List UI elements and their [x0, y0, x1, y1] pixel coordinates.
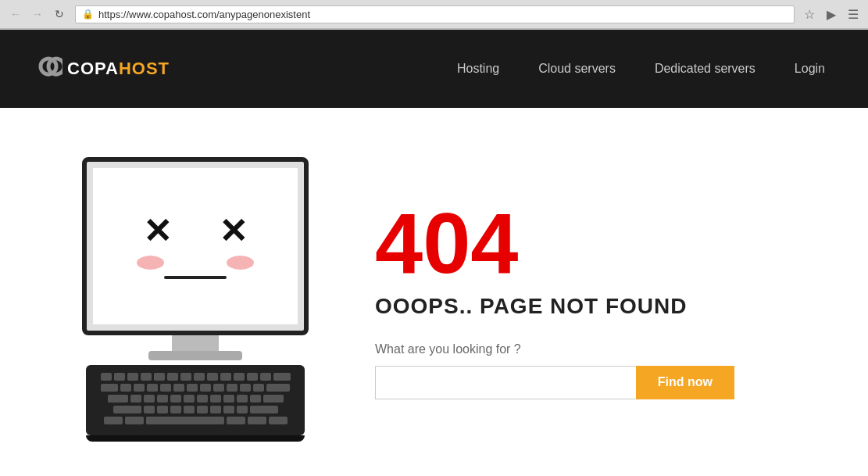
error-message: OOOPS.. PAGE NOT FOUND [375, 294, 688, 319]
key [167, 373, 178, 381]
key [113, 406, 141, 413]
key [266, 384, 290, 392]
key [157, 395, 168, 403]
key [213, 384, 224, 392]
logo-host-text: HOST [119, 59, 170, 79]
monitor-stand [172, 335, 219, 351]
right-eye: ✕ [219, 214, 248, 249]
key [101, 373, 112, 381]
search-label: What are you looking for ? [375, 342, 521, 356]
search-input[interactable] [375, 366, 636, 399]
cheeks [137, 256, 254, 270]
key [120, 384, 131, 392]
spacebar [146, 417, 224, 424]
key [223, 395, 234, 403]
key [170, 395, 181, 403]
keyboard [86, 365, 305, 442]
nav-dedicated-servers[interactable]: Dedicated servers [643, 54, 767, 84]
keyboard-row-3 [95, 395, 295, 403]
key [220, 373, 231, 381]
key [197, 406, 208, 413]
key [210, 395, 221, 403]
key [184, 406, 195, 413]
computer-illustration: ✕ ✕ [47, 157, 344, 442]
keyboard-row-4 [95, 406, 295, 413]
website: COPAHOST Hosting Cloud servers Dedicated… [0, 30, 868, 476]
key [157, 406, 168, 413]
logo-copa-text: COPA [67, 59, 119, 79]
key [273, 373, 291, 381]
key [269, 417, 288, 424]
nav-hosting[interactable]: Hosting [445, 54, 511, 84]
back-button[interactable]: ← [6, 5, 25, 23]
key [154, 373, 165, 381]
error-text-section: 404 OOOPS.. PAGE NOT FOUND What are you … [344, 200, 821, 399]
key [207, 373, 218, 381]
browser-chrome: ← → ↻ 🔒 ☆ ▶ ☰ [0, 0, 868, 30]
eyes: ✕ ✕ [143, 214, 248, 249]
key [250, 406, 278, 413]
keyboard-row-1 [95, 373, 295, 381]
monitor-base [148, 351, 242, 360]
key [127, 373, 138, 381]
menu-icon[interactable]: ☰ [845, 5, 862, 23]
reload-button[interactable]: ↻ [50, 5, 69, 23]
address-bar[interactable] [98, 9, 788, 20]
computer-wrap: ✕ ✕ [82, 157, 309, 442]
key [141, 373, 152, 381]
key [130, 395, 141, 403]
left-cheek [137, 256, 164, 270]
key [108, 395, 128, 403]
monitor-screen: ✕ ✕ [93, 168, 298, 324]
key [247, 373, 258, 381]
key [237, 406, 248, 413]
keyboard-row-5 [95, 417, 295, 424]
key [240, 384, 251, 392]
key [260, 373, 271, 381]
nav-login[interactable]: Login [783, 54, 837, 84]
nav-cloud-servers[interactable]: Cloud servers [527, 54, 627, 84]
search-bar: Find now [375, 366, 734, 399]
extension-icon[interactable]: ▶ [823, 5, 840, 23]
key [114, 373, 125, 381]
key [173, 384, 184, 392]
forward-button[interactable]: → [28, 5, 47, 23]
key [144, 406, 155, 413]
key [227, 384, 238, 392]
key [197, 395, 208, 403]
key [253, 384, 264, 392]
key [234, 373, 245, 381]
key [250, 395, 261, 403]
error-code: 404 [375, 200, 519, 286]
key [237, 395, 248, 403]
logo: COPAHOST [31, 53, 170, 85]
keyboard-row-2 [95, 384, 295, 392]
key [194, 373, 205, 381]
keyboard-body [86, 365, 305, 435]
key [160, 384, 171, 392]
key [248, 417, 266, 424]
key [227, 417, 245, 424]
monitor: ✕ ✕ [82, 157, 309, 335]
key [200, 384, 211, 392]
left-eye: ✕ [143, 214, 172, 249]
lock-icon: 🔒 [82, 9, 94, 20]
nav-buttons: ← → ↻ [6, 5, 69, 23]
logo-icon [31, 53, 63, 85]
mouth [164, 276, 227, 279]
key [144, 395, 155, 403]
key [180, 373, 191, 381]
key [263, 395, 284, 403]
find-now-button[interactable]: Find now [636, 366, 734, 399]
key [134, 384, 145, 392]
key [210, 406, 221, 413]
face: ✕ ✕ [143, 214, 248, 279]
key [125, 417, 144, 424]
star-icon[interactable]: ☆ [801, 5, 818, 23]
error-page: ✕ ✕ [0, 108, 868, 476]
key [223, 406, 234, 413]
site-header: COPAHOST Hosting Cloud servers Dedicated… [0, 30, 868, 108]
site-nav: Hosting Cloud servers Dedicated servers … [445, 54, 837, 84]
right-cheek [227, 256, 254, 270]
key [147, 384, 158, 392]
